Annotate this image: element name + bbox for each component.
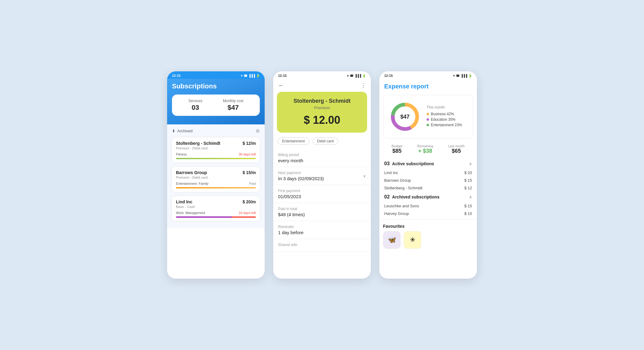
cost-label: Monthly cost: [223, 99, 243, 103]
billing-label: Billing period: [278, 153, 366, 157]
report-title: Expense report: [384, 83, 472, 90]
sub-status-3: 10 days left: [239, 211, 256, 215]
services-value: 03: [188, 104, 202, 112]
archived-item-name-1: Harvey Group: [384, 211, 409, 216]
budget-label-0: Budget: [392, 144, 402, 148]
sub-card-2[interactable]: Barrows Group $ 15/m Premium - Debit car…: [171, 166, 260, 192]
detail-shared: Shared with: [273, 239, 371, 252]
archived-item-price-1: $ 10: [464, 211, 472, 216]
archived-subs-section: 02 Archived subscriptions ∧ Leuschke and…: [379, 192, 477, 217]
screen-expense-report: 12:15 ▾ ☎ ▐▐▐ 🔋 Expense report: [379, 71, 477, 279]
legend-item-1: Education 35%: [427, 117, 468, 122]
active-item-0: Lind Inc $ 20: [383, 169, 473, 177]
wifi-icon: ▾: [241, 74, 242, 77]
active-count: 03: [384, 161, 390, 166]
active-item-price-1: $ 15: [464, 178, 472, 183]
more-button[interactable]: ⋮: [360, 82, 366, 89]
archived-item-price-0: $ 15: [464, 204, 472, 208]
summary-card: Services 03 Monthly cost $47: [172, 95, 260, 116]
legend-dot-2: [427, 124, 429, 126]
billing-value: every month: [278, 158, 366, 163]
detail-first-payment: First payment 01/05/2023: [273, 185, 371, 203]
fav-logo-1: ✳: [410, 236, 415, 244]
donut-amount: $47: [400, 114, 410, 120]
sub-meta-1: Premium - Debit card: [176, 146, 256, 150]
detail-reminder: Reminder 1 day before: [273, 221, 371, 239]
active-subs-title: 03 Active subscriptions: [384, 161, 434, 166]
next-payment-row: Next payment In 3 days (02/09/2023) ∨: [278, 171, 366, 181]
reminder-value: 1 day before: [278, 230, 366, 235]
time-2: 12:15: [278, 74, 287, 77]
fav-item-0[interactable]: 🦋: [383, 231, 401, 249]
legend-item-2: Entertainment 23%: [427, 123, 468, 127]
signal-icon: ▐▐▐: [249, 74, 255, 77]
archived-row: ⬇ Archived ⚙: [171, 128, 260, 134]
sub-tags-row-2: Entertainment Family Paid: [176, 182, 256, 185]
fav-item-1[interactable]: ✳: [404, 231, 421, 249]
legend-item-0: Business 42%: [427, 112, 468, 116]
reminder-label: Reminder: [278, 225, 366, 229]
budget-section: Budget $85 Remaining + $38 Last month $6…: [379, 141, 477, 159]
cost-value: $47: [223, 104, 243, 112]
detail-tags: Entertainment Debit card: [273, 138, 371, 145]
progress-bar-3: [176, 216, 256, 218]
legend-label-2: Entertainment 23%: [431, 123, 462, 127]
sub-tags-row-1: Fitness 30 days left: [176, 152, 256, 156]
detail-amount: $ 12.00: [283, 114, 361, 127]
phone-icon: ☎: [244, 74, 247, 77]
shared-label: Shared with: [278, 243, 366, 247]
status-icons-1: ▾ ☎ ▐▐▐ 🔋: [241, 74, 260, 77]
first-payment-value: 01/05/2023: [278, 194, 366, 199]
collapse-active-icon[interactable]: ∧: [469, 161, 472, 166]
active-item-2: Stoltenberg - Schmidt $ 12: [383, 184, 473, 192]
sub-tags-2: Entertainment Family: [176, 182, 209, 185]
archived-item-0: Leuschke and Sons $ 15: [383, 202, 473, 210]
donut-legend: This month Business 42% Education 35% En…: [427, 105, 468, 128]
sub-card-3[interactable]: Lind Inc $ 20/m Basic - Cash Work Manage…: [171, 195, 260, 222]
budget-label-2: Last month: [448, 144, 464, 148]
detail-billing-period: Billing period every month: [273, 149, 371, 167]
archived-label: Archived subscriptions: [392, 195, 440, 199]
sub-meta-3: Basic - Cash: [176, 205, 256, 209]
fav-logo-0: 🦋: [388, 236, 396, 244]
services-summary: Services 03: [188, 99, 202, 112]
battery-icon: 🔋: [256, 74, 260, 77]
sub-card-1-top: Stoltenberg - Schimdt $ 12/m: [176, 141, 256, 146]
donut-center: $47: [400, 114, 410, 120]
archived-item-1: Harvey Group $ 10: [383, 210, 473, 217]
back-button[interactable]: ←: [278, 82, 284, 89]
sub-card-3-top: Lind Inc $ 20/m: [176, 199, 256, 204]
sub-card-1[interactable]: Stoltenberg - Schimdt $ 12/m Premium - D…: [171, 137, 260, 163]
report-header: Expense report: [379, 79, 477, 92]
budget-item-1: Remaining + $38: [417, 144, 433, 154]
active-item-price-2: $ 12: [464, 186, 472, 190]
wifi-icon-2: ▾: [347, 74, 349, 77]
collapse-archived-icon[interactable]: ∧: [469, 195, 472, 199]
archived-count: 02: [384, 194, 390, 200]
next-payment-value: In 3 days (02/09/2023): [278, 176, 324, 181]
subscriptions-header: Subscriptions Services 03 Monthly cost $…: [167, 79, 265, 124]
active-item-1: Barrows Group $ 15: [383, 177, 473, 184]
budget-label-1: Remaining: [417, 144, 433, 148]
legend-label-0: Business 42%: [431, 112, 454, 116]
sub-status-2: Paid: [249, 182, 256, 185]
time-3: 12:15: [384, 74, 393, 77]
budget-value-0: $85: [392, 148, 402, 154]
paid-total-label: Paid in total: [278, 207, 366, 211]
cost-summary: Monthly cost $47: [223, 99, 243, 112]
detail-next-payment[interactable]: Next payment In 3 days (02/09/2023) ∨: [273, 167, 371, 185]
divider: [379, 219, 477, 220]
detail-paid-total: Paid in total $48 (4 times): [273, 203, 371, 221]
sub-tags-row-3: Work Management 10 days left: [176, 211, 256, 215]
services-label: Services: [188, 99, 202, 103]
subscriptions-body: ⬇ Archived ⚙ Stoltenberg - Schimdt $ 12/…: [167, 124, 265, 228]
status-bar-3: 12:15 ▾ ☎ ▐▐▐ 🔋: [379, 71, 477, 79]
sub-meta-2: Premium - Debit card: [176, 176, 256, 179]
signal-icon-3: ▐▐▐: [461, 74, 467, 77]
archived-subs-title: 02 Archived subscriptions: [384, 194, 439, 200]
screens-container: 12:15 ▾ ☎ ▐▐▐ 🔋 Subscriptions Services 0…: [167, 71, 477, 279]
archived-subs-header: 02 Archived subscriptions ∧: [383, 192, 473, 202]
sub-tag-2-0: Entertainment: [176, 182, 197, 185]
sub-price-1: $ 12/m: [242, 141, 256, 146]
filter-icon[interactable]: ⚙: [256, 128, 260, 134]
